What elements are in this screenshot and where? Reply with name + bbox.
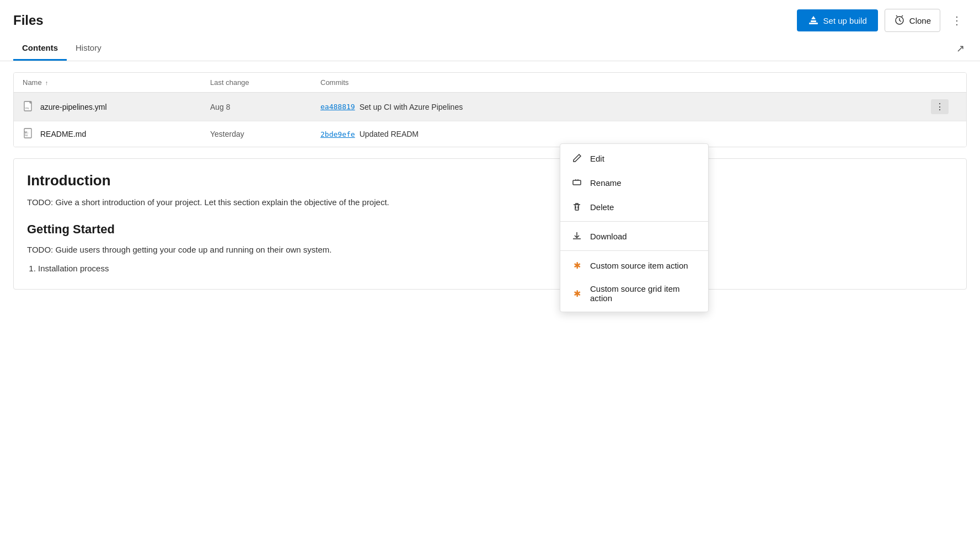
expand-button[interactable]: ↗	[954, 40, 967, 57]
commits-cell: ea488819 Set up CI with Azure Pipelines	[320, 103, 931, 111]
yml-file-icon: YML	[23, 101, 35, 113]
col-header-commits: Commits	[320, 78, 931, 87]
table-header-row: Name ↑ Last change Commits	[14, 73, 966, 93]
clone-icon	[894, 15, 905, 26]
table-row: Md M↓ README.md Yesterday 2bde9efe Updat…	[14, 121, 966, 147]
file-name[interactable]: azure-pipelines.yml	[40, 103, 107, 111]
context-menu-custom-action2[interactable]: ✱ Custom source grid item action	[560, 277, 708, 309]
readme-list: Installation process	[38, 261, 953, 276]
svg-rect-0	[809, 23, 818, 24]
menu-divider-2	[560, 250, 708, 251]
clone-button[interactable]: Clone	[885, 9, 940, 32]
tabs-list: Contents History	[13, 36, 110, 61]
readme-section2-title: Getting Started	[27, 222, 953, 237]
menu-divider	[560, 221, 708, 222]
tab-history[interactable]: History	[67, 36, 110, 61]
file-name[interactable]: README.md	[40, 130, 86, 138]
col-header-last-change: Last change	[210, 78, 320, 87]
context-menu: Edit Rename Delete	[560, 143, 709, 312]
commit-message: Updated READM	[360, 130, 419, 138]
svg-text:Md: Md	[25, 134, 28, 137]
context-menu-rename[interactable]: Rename	[560, 170, 708, 195]
col-header-name[interactable]: Name ↑	[23, 78, 210, 87]
context-menu-edit[interactable]: Edit	[560, 146, 708, 170]
setup-build-button[interactable]: Set up build	[797, 9, 878, 31]
sort-arrow-icon: ↑	[45, 79, 49, 86]
table-row: YML azure-pipelines.yml Aug 8 ea488819 S…	[14, 93, 966, 121]
readme-preview: Introduction TODO: Give a short introduc…	[13, 158, 967, 290]
svg-rect-1	[811, 20, 816, 22]
setup-build-icon	[808, 15, 819, 26]
readme-section1-title: Introduction	[27, 172, 953, 189]
header-actions: Set up build Clone ⋮	[797, 9, 967, 32]
file-name-cell: YML azure-pipelines.yml	[23, 101, 210, 113]
download-icon	[571, 231, 582, 242]
svg-text:YML: YML	[25, 107, 29, 110]
more-options-button[interactable]: ⋮	[947, 9, 967, 31]
row-more-button[interactable]: ⋮	[931, 99, 949, 114]
delete-icon	[571, 201, 582, 212]
commit-message: Set up CI with Azure Pipelines	[360, 103, 463, 111]
readme-section1-para: TODO: Give a short introduction of your …	[27, 196, 953, 209]
tabs-bar: Contents History ↗	[0, 36, 980, 61]
readme-section2-para: TODO: Guide users through getting your c…	[27, 243, 953, 256]
context-menu-download[interactable]: Download	[560, 224, 708, 248]
file-table: Name ↑ Last change Commits YML azure-pip…	[13, 72, 967, 147]
file-name-cell: Md M↓ README.md	[23, 128, 210, 140]
file-last-change: Yesterday	[210, 130, 320, 138]
context-menu-custom-action1[interactable]: ✱ Custom source item action	[560, 253, 708, 277]
custom-action1-icon: ✱	[571, 260, 582, 271]
svg-rect-9	[573, 180, 581, 185]
commit-hash[interactable]: ea488819	[320, 103, 355, 111]
list-item: Installation process	[38, 261, 953, 276]
md-file-icon: Md M↓	[23, 128, 35, 140]
svg-text:M↓: M↓	[25, 131, 29, 134]
row-actions: ⋮	[931, 99, 957, 114]
file-last-change: Aug 8	[210, 103, 320, 111]
context-menu-delete[interactable]: Delete	[560, 195, 708, 219]
tab-contents[interactable]: Contents	[13, 36, 67, 61]
rename-icon	[571, 177, 582, 188]
commits-cell: 2bde9efe Updated READM	[320, 130, 931, 138]
commit-hash[interactable]: 2bde9efe	[320, 130, 355, 138]
custom-action2-icon: ✱	[571, 288, 582, 299]
svg-marker-2	[811, 16, 816, 19]
page-header: Files Set up build Clone ⋮	[0, 0, 980, 36]
page-title: Files	[13, 13, 44, 28]
edit-icon	[571, 153, 582, 164]
